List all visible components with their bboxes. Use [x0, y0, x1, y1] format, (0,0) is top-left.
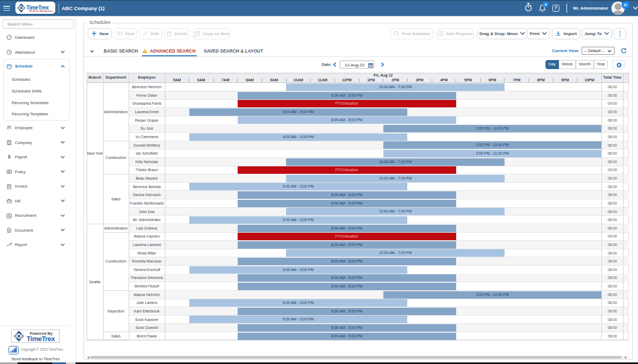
svg-text:$: $ [8, 155, 11, 160]
